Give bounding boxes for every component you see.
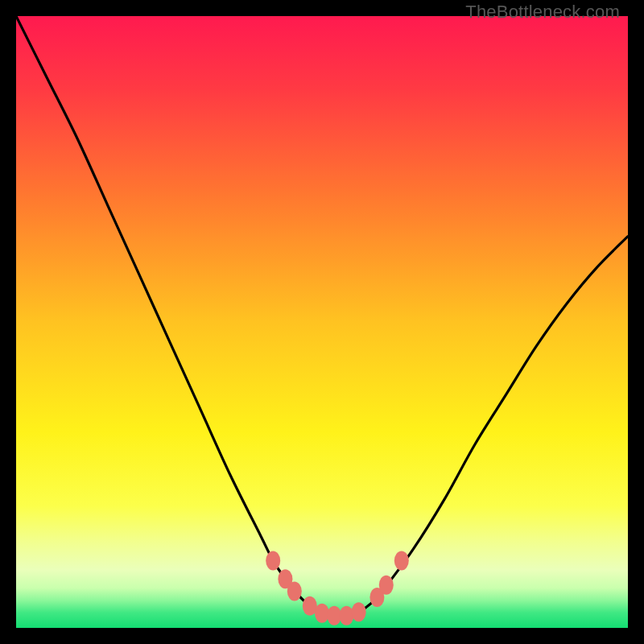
marker-dot: [339, 606, 353, 625]
marker-dot: [287, 581, 302, 601]
marker-dot: [266, 551, 280, 570]
marker-dot: [315, 604, 329, 623]
marker-dot: [379, 576, 394, 595]
marker-dot: [394, 551, 409, 570]
bottleneck-curve-chart: [16, 16, 628, 628]
marker-dot: [352, 602, 366, 621]
gradient-background: [16, 16, 628, 628]
watermark-text: TheBottleneck.com: [465, 2, 620, 23]
chart-frame: [16, 16, 628, 628]
